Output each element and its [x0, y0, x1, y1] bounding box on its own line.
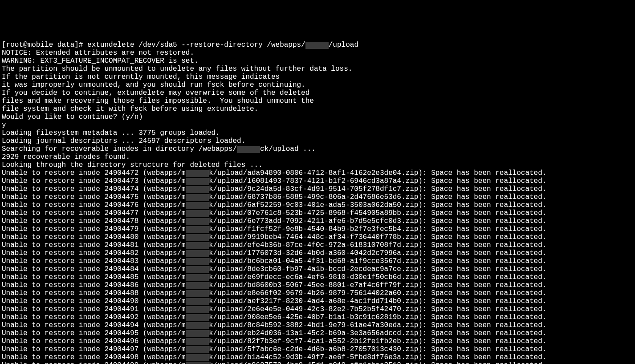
restore-suffix: ): Space has been reallocated. — [418, 337, 546, 345]
redacted-path — [186, 186, 209, 193]
path-prefix: (webapps/m — [138, 345, 186, 353]
path-mid: k/upload/ — [209, 273, 247, 281]
redacted-path — [186, 226, 209, 233]
inode-number: 24904490 — [104, 297, 138, 305]
path-prefix: (webapps/m — [138, 217, 186, 225]
warning-line: WARNING: EXT3_FEATURE_INCOMPAT_RECOVER i… — [2, 57, 633, 65]
restore-suffix: ): Space has been reallocated. — [418, 289, 546, 297]
restore-failure-line: Unable to restore inode 24904491 (webapp… — [2, 305, 633, 313]
path-prefix: (webapps/m — [138, 273, 186, 281]
restore-prefix: Unable to restore inode — [2, 297, 104, 305]
path-mid: k/upload/ — [209, 257, 247, 265]
redacted-path — [186, 282, 209, 289]
path-mid: k/upload/ — [209, 337, 247, 345]
redacted-path — [186, 258, 209, 265]
restore-failure-line: Unable to restore inode 24904496 (webapp… — [2, 337, 633, 345]
file-name: f1fcf52f-9e8b-4540-84b9-b2f7e3fec5b4.zip — [247, 225, 418, 233]
inode-number: 24904476 — [104, 201, 138, 209]
restore-prefix: Unable to restore inode — [2, 329, 104, 337]
redacted-path — [186, 218, 209, 225]
restore-prefix: Unable to restore inode — [2, 353, 104, 361]
inode-number: 24904494 — [104, 321, 138, 329]
path-mid: k/upload/ — [209, 169, 247, 177]
redacted-path — [186, 194, 209, 201]
path-prefix: (webapps/m — [138, 353, 186, 361]
redacted-path — [186, 330, 209, 337]
notice-line: NOTICE: Extended attributes are not rest… — [2, 49, 633, 57]
file-name: 5f7abc6e-c2de-4d6b-a6b8-27057013c430.zip — [247, 345, 418, 353]
restore-failure-line: Unable to restore inode 24904481 (webapp… — [2, 241, 633, 249]
inode-number: 24904495 — [104, 329, 138, 337]
path-mid: k/upload/ — [209, 281, 247, 289]
inode-number: 24904475 — [104, 193, 138, 201]
inode-number: 24904485 — [104, 273, 138, 281]
redacted-path — [186, 354, 209, 361]
file-name: bd8600b3-5067-45ee-8801-e7af4c6ff79f.zip — [247, 281, 418, 289]
path-prefix: (webapps/m — [138, 225, 186, 233]
restore-prefix: Unable to restore inode — [2, 209, 104, 217]
continue-prompt: Would you like to continue? (y/n) — [2, 113, 633, 121]
path-prefix: (webapps/m — [138, 193, 186, 201]
inode-number: 24904477 — [104, 209, 138, 217]
path-prefix: (webapps/m — [138, 257, 186, 265]
restore-prefix: Unable to restore inode — [2, 257, 104, 265]
load-fs-line: Loading filesystem metadata ... 3775 gro… — [2, 129, 633, 137]
path-mid: k/upload/ — [209, 353, 247, 361]
msg-line: it was improperly unmounted, and you sho… — [2, 81, 633, 89]
restore-prefix: Unable to restore inode — [2, 225, 104, 233]
command-text: extundelete /dev/sda5 --restore-director… — [87, 41, 305, 49]
path-mid: k/upload/ — [209, 297, 247, 305]
restore-failure-line: Unable to restore inode 24904490 (webapp… — [2, 297, 633, 305]
terminal-output[interactable]: [root@mobile data]# extundelete /dev/sda… — [0, 40, 635, 364]
command-suffix: /upload — [329, 41, 358, 49]
redacted-path — [186, 298, 209, 305]
path-prefix: (webapps/m — [138, 361, 186, 364]
restore-suffix: ): Space has been reallocated. — [418, 201, 546, 209]
file-name: e69fdecc-ec6a-4ef6-9810-d30e1f50cb6d.zip — [247, 273, 418, 281]
prompt-host: mobile — [28, 41, 53, 49]
redacted-path — [186, 306, 209, 313]
inode-number: 24904491 — [104, 305, 138, 313]
restore-prefix: Unable to restore inode — [2, 305, 104, 313]
restore-failure-line: Unable to restore inode 24904484 (webapp… — [2, 265, 633, 273]
restore-prefix: Unable to restore inode — [2, 273, 104, 281]
inode-number: 24904484 — [104, 265, 138, 273]
file-name: 6e773add-7092-4211-afe6-b7d5e5cfc0d3.zip — [247, 217, 418, 225]
restore-suffix: ): Space has been reallocated. — [418, 257, 546, 265]
path-prefix: (webapps/m — [138, 233, 186, 241]
redacted-path — [186, 362, 209, 364]
path-prefix: (webapps/m — [138, 337, 186, 345]
path-prefix: (webapps/m — [138, 305, 186, 313]
restore-suffix: ): Space has been reallocated. — [418, 169, 546, 177]
path-mid: k/upload/ — [209, 361, 247, 364]
redacted-path — [186, 210, 209, 217]
path-mid: k/upload/ — [209, 321, 247, 329]
restore-failure-line: Unable to restore inode 24904477 (webapp… — [2, 209, 633, 217]
restore-prefix: Unable to restore inode — [2, 345, 104, 353]
redacted-path — [186, 178, 209, 185]
restore-failure-line: Unable to restore inode 24904492 (webapp… — [2, 313, 633, 321]
inode-number: 24904483 — [104, 257, 138, 265]
inode-number: 24904474 — [104, 185, 138, 193]
file-name: 68737b86-5885-499c-806a-2d47686e53d6.zip — [247, 193, 418, 201]
restore-suffix: ): Space has been reallocated. — [418, 249, 546, 257]
prompt-user: root — [6, 41, 23, 49]
restore-suffix: ): Space has been reallocated. — [418, 329, 546, 337]
restore-suffix: ): Space has been reallocated. — [418, 233, 546, 241]
redacted-path — [305, 42, 329, 49]
restore-prefix: Unable to restore inode — [2, 241, 104, 249]
file-name: 9919beb4-7464-448c-af34-f736440f778b.zip — [247, 233, 418, 241]
restore-prefix: Unable to restore inode — [2, 361, 104, 364]
file-name: b1a44c52-9d3b-49f7-ae6f-5fbd8df76e3a.zip — [247, 353, 418, 361]
path-prefix: (webapps/m — [138, 265, 186, 273]
inode-number: 24904480 — [104, 233, 138, 241]
file-name: 07e761c8-523b-4725-8968-f454905a89bb.zip — [247, 209, 418, 217]
restore-prefix: Unable to restore inode — [2, 217, 104, 225]
restore-rows-container: Unable to restore inode 24904472 (webapp… — [2, 169, 633, 364]
redacted-path — [186, 274, 209, 281]
path-mid: k/upload/ — [209, 225, 247, 233]
file-name: 2e6e4e5e-0449-42c3-82e2-7b52b5f42470.zip — [247, 305, 418, 313]
path-mid: k/upload/ — [209, 249, 247, 257]
inode-number: 24904499 — [104, 361, 138, 364]
path-mid: k/upload/ — [209, 177, 247, 185]
